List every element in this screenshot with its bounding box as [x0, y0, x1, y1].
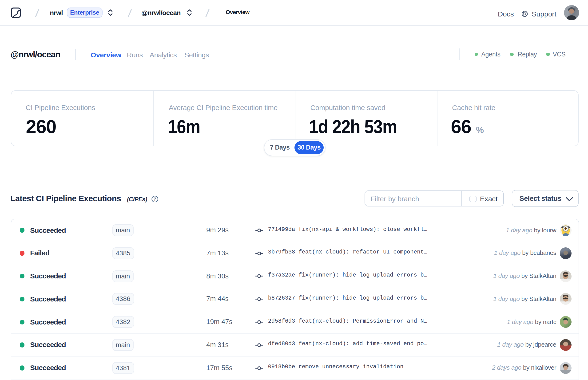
svg-text:?: ?: [153, 196, 156, 201]
